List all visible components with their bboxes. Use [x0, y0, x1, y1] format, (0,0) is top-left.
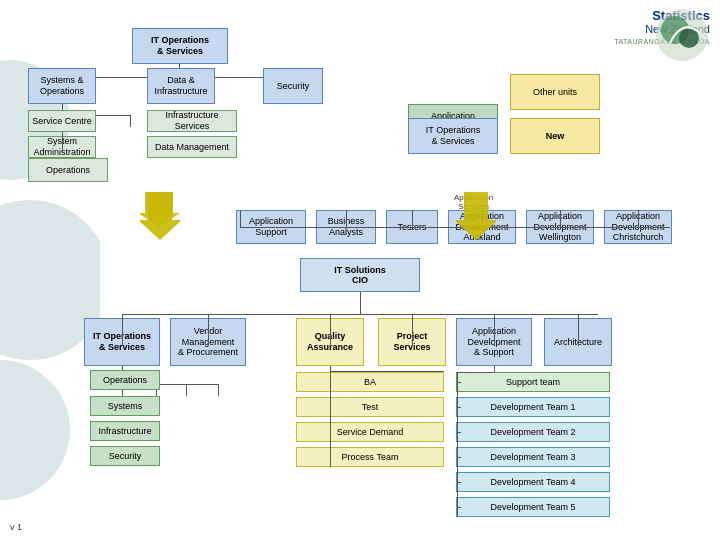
b-v1	[122, 314, 123, 346]
dev-team-5-box: Development Team 5	[456, 497, 610, 517]
dev-sub-h4	[457, 432, 461, 433]
right-arrow	[456, 192, 496, 242]
logo: Statistics New Zealand TATAURANGA AOTEAR…	[614, 8, 710, 46]
it-ops-services-top-box: IT Operations & Services	[132, 28, 228, 64]
dev-team-1-box: Development Team 1	[456, 397, 610, 417]
bottom-h-connector	[122, 314, 598, 315]
dev-sub-h7	[457, 507, 461, 508]
svg-point-2	[0, 360, 70, 500]
svg-marker-8	[456, 192, 496, 240]
b-v3	[330, 314, 331, 346]
mid-v6	[638, 210, 639, 227]
qa-sub-v2	[330, 372, 331, 467]
service-centre-box: Service Centre	[28, 110, 96, 132]
left-arrow	[140, 192, 180, 242]
systems-sub-box: Systems	[90, 396, 160, 416]
cio-v-connector	[360, 292, 361, 314]
systems-operations-box: Systems & Operations	[28, 68, 96, 104]
it-ops-right-box: IT Operations & Services	[408, 118, 498, 154]
dev-team-3-box: Development Team 3	[456, 447, 610, 467]
support-team-box: Support team	[456, 372, 610, 392]
dev-sub-h	[457, 372, 494, 373]
other-units-box: Other units	[510, 74, 600, 110]
mid-v1	[240, 210, 241, 227]
sub-it-v4	[186, 384, 187, 396]
qa-sub-h	[330, 371, 444, 372]
version-label: v 1	[10, 522, 22, 532]
connector-v7	[130, 115, 131, 127]
operations-sub-box: Operations	[90, 370, 160, 390]
dev-team-4-box: Development Team 4	[456, 472, 610, 492]
test-box: Test	[296, 397, 444, 417]
ba-box: BA	[296, 372, 444, 392]
mid-v2	[346, 210, 347, 227]
b-v4	[412, 314, 413, 346]
dev-sub-v2	[457, 372, 458, 517]
dev-sub-h5	[457, 457, 461, 458]
b-v6	[578, 314, 579, 346]
dev-sub-h3	[457, 407, 461, 408]
mid-v5	[560, 210, 561, 227]
service-demand-box: Service Demand	[296, 422, 444, 442]
data-infrastructure-box: Data & Infrastructure	[147, 68, 215, 104]
infra-services-box: Infrastructure Services	[147, 110, 237, 132]
b-v2	[208, 314, 209, 346]
data-mgmt-box: Data Management	[147, 136, 237, 158]
process-team-box: Process Team	[296, 447, 444, 467]
mid-v3	[412, 210, 413, 227]
dev-sub-h2	[457, 382, 461, 383]
security-sub-box: Security	[90, 446, 160, 466]
logo-emblem	[655, 8, 710, 63]
connector-v8	[62, 132, 63, 152]
dev-team-2-box: Development Team 2	[456, 422, 610, 442]
new-box: New	[510, 118, 600, 154]
security-top-box: Security	[263, 68, 323, 104]
mid-h-connector	[240, 227, 670, 228]
operations-top-box: Operations	[28, 158, 108, 182]
b-v5	[494, 314, 495, 346]
sub-it-v5	[218, 384, 219, 396]
cio-box: IT SolutionsCIO	[300, 258, 420, 292]
dev-sub-h6	[457, 482, 461, 483]
infrastructure-sub-box: Infrastructure	[90, 421, 160, 441]
dev-sub-v	[494, 366, 495, 372]
